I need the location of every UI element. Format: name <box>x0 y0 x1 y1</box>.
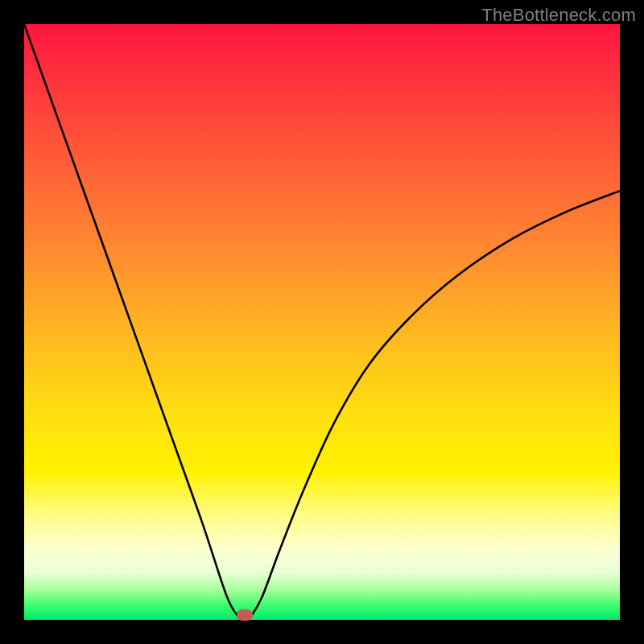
minimum-marker <box>237 609 253 621</box>
plot-area <box>24 24 620 620</box>
watermark-text: TheBottleneck.com <box>481 5 636 26</box>
chart-frame: TheBottleneck.com <box>0 0 644 644</box>
bottleneck-curve <box>24 24 620 620</box>
